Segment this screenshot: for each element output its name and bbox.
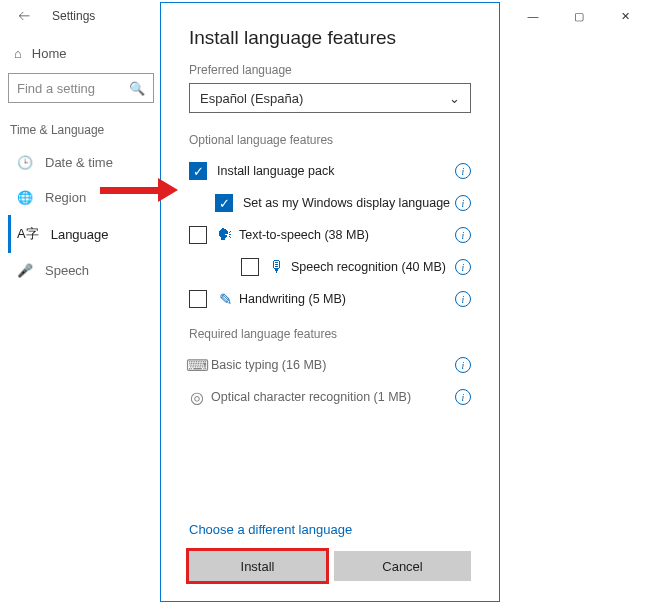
feature-label: Speech recognition (40 MB) [291,260,455,274]
dialog-buttons: Install Cancel [189,551,471,581]
home-icon: ⌂ [14,46,22,61]
find-setting-input[interactable]: Find a setting 🔍 [8,73,154,103]
ocr-icon: ◎ [189,389,205,405]
sidebar-item-label: Language [51,227,109,242]
find-placeholder: Find a setting [17,81,95,96]
feature-label: Basic typing (16 MB) [211,358,455,372]
install-button[interactable]: Install [189,551,326,581]
sidebar-home[interactable]: ⌂ Home [8,38,158,69]
maximize-button[interactable]: ▢ [556,0,602,32]
sidebar-item-region[interactable]: 🌐 Region [8,180,158,215]
checkbox-unchecked-icon[interactable] [189,226,207,244]
checkbox-checked-icon[interactable]: ✓ [215,194,233,212]
back-icon[interactable]: 🡠 [18,9,30,23]
sidebar-section-header: Time & Language [8,117,158,145]
sidebar-item-date-time[interactable]: 🕒 Date & time [8,145,158,180]
window-title: Settings [52,9,95,23]
search-icon: 🔍 [129,81,145,96]
home-label: Home [32,46,67,61]
info-icon[interactable]: i [455,259,471,275]
info-icon[interactable]: i [455,389,471,405]
feature-display-language[interactable]: ✓ Set as my Windows display language i [189,187,471,219]
mic-icon: 🎙 [269,259,285,275]
required-basic-typing: ⌨ Basic typing (16 MB) i [189,349,471,381]
feature-label: Optical character recognition (1 MB) [211,390,455,404]
optional-features-header: Optional language features [189,133,471,147]
info-icon[interactable]: i [455,291,471,307]
required-features-header: Required language features [189,327,471,341]
sidebar: ⌂ Home Find a setting 🔍 Time & Language … [8,32,158,454]
close-button[interactable]: ✕ [602,0,648,32]
cancel-button[interactable]: Cancel [334,551,471,581]
sidebar-item-label: Region [45,190,86,205]
preferred-language-label: Preferred language [189,63,471,77]
handwriting-icon: ✎ [217,291,233,307]
checkbox-checked-icon[interactable]: ✓ [189,162,207,180]
sidebar-item-language[interactable]: A字 Language [8,215,158,253]
window-controls: — ▢ ✕ [510,0,648,32]
dialog-title: Install language features [189,27,471,49]
sidebar-item-label: Date & time [45,155,113,170]
feature-text-to-speech[interactable]: 🗣 Text-to-speech (38 MB) i [189,219,471,251]
info-icon[interactable]: i [455,195,471,211]
info-icon[interactable]: i [455,227,471,243]
preferred-language-select[interactable]: Español (España) ⌄ [189,83,471,113]
feature-handwriting[interactable]: ✎ Handwriting (5 MB) i [189,283,471,315]
keyboard-icon: ⌨ [189,357,205,373]
sidebar-item-label: Speech [45,263,89,278]
feature-label: Install language pack [217,164,455,178]
preferred-language-value: Español (España) [200,91,303,106]
feature-install-language-pack[interactable]: ✓ Install language pack i [189,155,471,187]
sidebar-item-speech[interactable]: 🎤 Speech [8,253,158,288]
mic-icon: 🎤 [17,263,33,278]
feature-label: Text-to-speech (38 MB) [239,228,455,242]
checkbox-unchecked-icon[interactable] [241,258,259,276]
install-language-dialog: Install language features Preferred lang… [160,2,500,602]
clock-icon: 🕒 [17,155,33,170]
chevron-down-icon: ⌄ [449,91,460,106]
feature-label: Handwriting (5 MB) [239,292,455,306]
feature-label: Set as my Windows display language [243,196,455,210]
minimize-button[interactable]: — [510,0,556,32]
choose-different-language-link[interactable]: Choose a different language [189,522,471,537]
tts-icon: 🗣 [217,227,233,243]
info-icon[interactable]: i [455,357,471,373]
globe-icon: 🌐 [17,190,33,205]
info-icon[interactable]: i [455,163,471,179]
required-ocr: ◎ Optical character recognition (1 MB) i [189,381,471,413]
language-icon: A字 [17,225,39,243]
checkbox-unchecked-icon[interactable] [189,290,207,308]
feature-speech-recognition[interactable]: 🎙 Speech recognition (40 MB) i [189,251,471,283]
